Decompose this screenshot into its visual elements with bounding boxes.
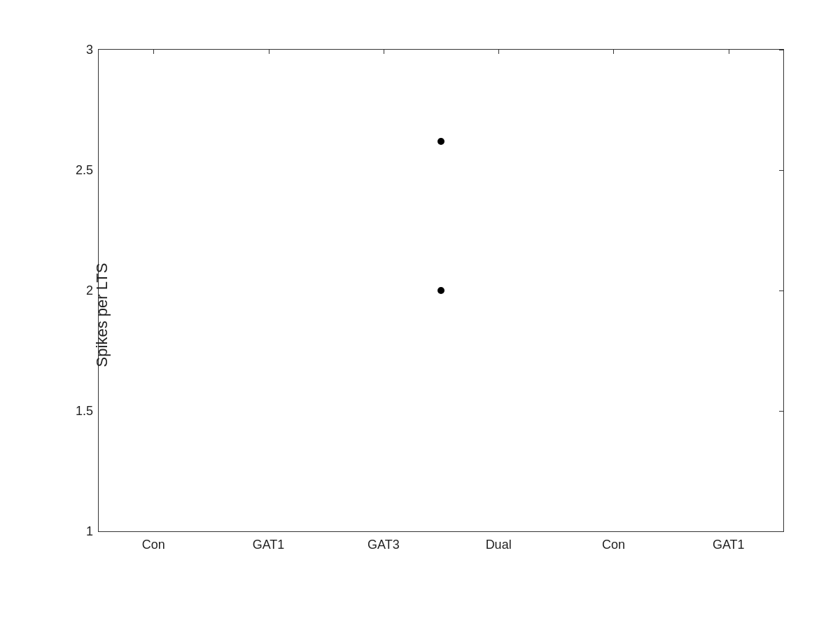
y-tick-label: 3	[86, 43, 99, 57]
x-tick-top	[153, 50, 154, 54]
x-tick-top	[498, 50, 499, 54]
y-tick-label: 1.5	[76, 404, 99, 419]
x-tick-label: GAT1	[713, 538, 745, 552]
x-tick-label: Con	[602, 538, 625, 552]
x-tick-label: Dual	[486, 538, 512, 552]
y-tick-right	[779, 531, 783, 532]
y-axis-label: Spikes per LTS	[93, 263, 111, 368]
y-tick-right	[779, 170, 783, 171]
x-tick-top	[269, 50, 270, 54]
x-tick-label: GAT3	[368, 538, 400, 552]
data-point-0	[438, 287, 444, 294]
x-tick-label: Con	[142, 538, 165, 552]
x-tick-top	[729, 50, 729, 54]
x-tick-label: GAT1	[253, 538, 285, 552]
y-tick-label: 2.5	[76, 163, 99, 178]
y-tick-label: 1	[86, 524, 99, 539]
y-tick-right	[779, 411, 783, 412]
chart-container: 11.522.53ConGAT1GAT3DualConGAT1 Spikes p…	[35, 28, 805, 602]
y-tick-right	[779, 290, 783, 291]
y-tick-right	[779, 50, 783, 50]
x-tick-top	[384, 50, 384, 54]
x-tick-top	[613, 50, 614, 54]
data-point-1	[438, 138, 444, 145]
chart-area: 11.522.53ConGAT1GAT3DualConGAT1	[98, 49, 784, 532]
